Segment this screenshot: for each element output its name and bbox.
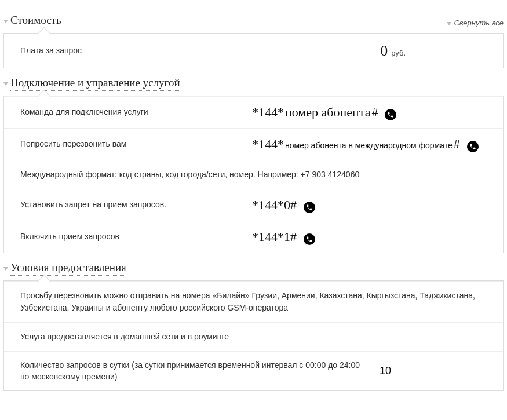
code-part: номер абонента в международном формате (285, 141, 453, 150)
fee-label: Плата за запрос (20, 45, 252, 57)
phone-icon[interactable] (467, 141, 479, 152)
code-part: *144* (252, 105, 284, 120)
daily-limit-value-wrap: 10 (380, 365, 487, 377)
code-part: # (454, 137, 460, 152)
section-header-manage[interactable]: Подключение и управление услугой (3, 76, 180, 91)
phone-icon[interactable] (304, 202, 315, 213)
connect-value: *144*номер абонента# (252, 105, 487, 120)
fee-unit: руб. (391, 49, 406, 57)
callback-label: Попросить перезвонить вам (20, 138, 252, 150)
section-header-cost[interactable]: Стоимость (3, 14, 61, 28)
chevron-down-icon (3, 82, 8, 86)
daily-limit-label: Количество запросов в сутки (за сутки пр… (20, 360, 380, 382)
phone-icon[interactable] (304, 233, 315, 245)
section-title: Подключение и управление услугой (10, 76, 180, 91)
manage-box: Команда для подключения услуги *144*номе… (3, 96, 504, 253)
enable-value: *144*1# (252, 229, 487, 244)
chevron-down-icon (3, 20, 8, 23)
callback-value: *144*номер абонента в международном форм… (252, 137, 487, 152)
chevron-down-icon (447, 22, 451, 25)
daily-limit-value: 10 (380, 365, 391, 377)
fee-value-wrap: 0 руб. (252, 42, 487, 60)
code-part: *144* (252, 137, 284, 152)
collapse-all-label: Свернуть все (454, 19, 504, 28)
section-title: Условия предоставления (10, 261, 126, 276)
chevron-down-icon (3, 267, 8, 271)
code-part: # (371, 105, 378, 120)
terms-text-1: Просьбу перезвонить можно отправить на н… (4, 281, 503, 322)
phone-icon[interactable] (385, 109, 396, 120)
block-value: *144*0# (252, 198, 487, 213)
code-part: *144*1# (252, 229, 297, 244)
connect-label: Команда для подключения услуги (20, 107, 252, 118)
code-part: *144*0# (252, 198, 297, 213)
terms-text-2: Услуга предоставляется в домашней сети и… (4, 322, 503, 351)
block-label: Установить запрет на прием запросов. (20, 199, 252, 211)
section-title: Стоимость (10, 14, 61, 28)
intl-format-note: Международный формат: код страны, код го… (4, 160, 503, 189)
cost-box: Плата за запрос 0 руб. (3, 33, 504, 68)
section-header-terms[interactable]: Условия предоставления (3, 261, 126, 276)
terms-box: Просьбу перезвонить можно отправить на н… (3, 280, 504, 391)
collapse-all-link[interactable]: Свернуть все (447, 19, 504, 28)
code-part: номер абонента (285, 105, 370, 120)
enable-label: Включить прием запросов (20, 231, 252, 243)
fee-value: 0 (380, 42, 388, 60)
